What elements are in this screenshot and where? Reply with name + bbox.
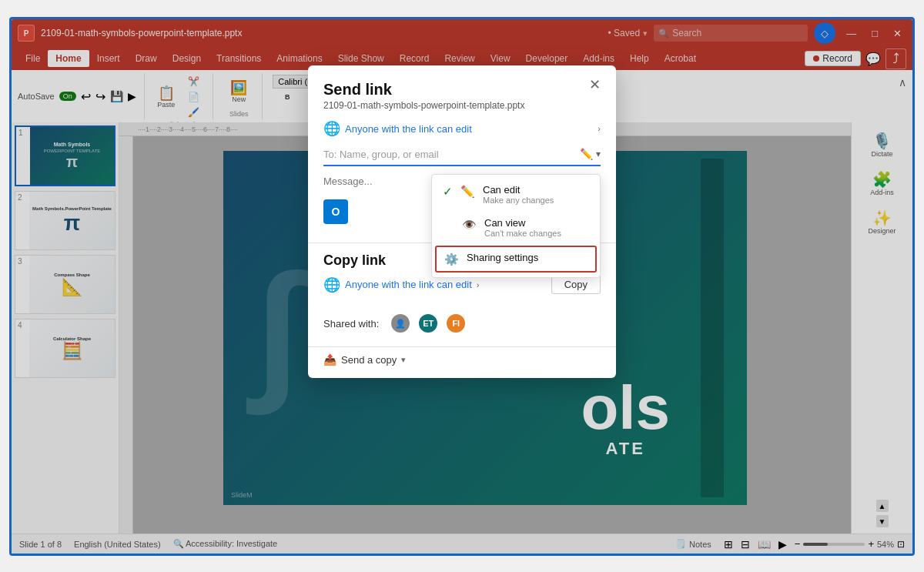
send-copy-chevron-icon: ▾: [401, 355, 406, 365]
can-view-option[interactable]: 👁️ Can view Can't make changes: [432, 211, 600, 244]
send-copy-label: Send a copy: [341, 354, 397, 366]
copy-link-share-text[interactable]: Anyone with the link can edit: [345, 279, 472, 290]
send-copy-row[interactable]: 📤 Send a copy ▾: [308, 346, 616, 378]
can-view-eye-icon: 👁️: [462, 218, 477, 232]
send-link-modal: Send link 2109-01-math-symbols-powerpoin…: [308, 65, 616, 378]
can-view-main: Can view: [484, 217, 561, 229]
app-window: P 2109-01-math-symbols-powerpoint-templa…: [9, 17, 915, 556]
copy-link-globe-icon: 🌐: [323, 276, 340, 293]
modal-header: Send link 2109-01-math-symbols-powerpoin…: [308, 65, 616, 111]
copy-link-left: 🌐 Anyone with the link can edit ›: [323, 276, 479, 293]
avatar-person-1[interactable]: 👤: [390, 313, 411, 334]
to-input[interactable]: [323, 147, 577, 162]
globe-icon: 🌐: [323, 120, 340, 137]
permission-dropdown: ✓ ✏️ Can edit Make any changes 👁️: [431, 174, 601, 278]
avatar-1-icon: 👤: [395, 319, 406, 329]
sharing-settings-option[interactable]: ⚙️ Sharing settings: [435, 246, 597, 273]
can-edit-text: Can edit Make any changes: [483, 184, 554, 205]
copy-link-chevron-icon: ›: [477, 280, 480, 289]
modal-body: 🌐 Anyone with the link can edit › ✏️ ▾: [308, 111, 616, 243]
to-field-dropdown-button[interactable]: ▾: [596, 149, 601, 159]
can-edit-main: Can edit: [483, 184, 554, 196]
sharing-settings-label: Sharing settings: [467, 252, 538, 263]
share-link-text[interactable]: Anyone with the link can edit: [345, 123, 593, 135]
can-view-sub: Can't make changes: [484, 229, 561, 238]
shared-with-section: Shared with: 👤 ET FI: [308, 313, 616, 346]
avatar-person-3[interactable]: FI: [445, 313, 467, 334]
pencil-button[interactable]: ✏️: [577, 146, 596, 162]
avatar-person-2[interactable]: ET: [417, 313, 439, 334]
can-edit-check-icon: ✓: [443, 185, 453, 199]
send-copy-icon: 📤: [323, 353, 336, 366]
share-link-chevron-icon: ›: [598, 124, 601, 133]
to-field-container: ✏️ ▾ ✓ ✏️ Can edit Make any cha: [323, 146, 601, 166]
modal-title: Send link: [323, 81, 601, 99]
outlook-icon: O: [323, 199, 348, 224]
can-edit-pencil-icon: ✏️: [460, 185, 475, 199]
modal-overlay: Send link 2109-01-math-symbols-powerpoin…: [12, 19, 912, 554]
can-edit-sub: Make any changes: [483, 196, 554, 205]
modal-subtitle: 2109-01-math-symbols-powerpoint-template…: [323, 100, 601, 111]
sharing-settings-gear-icon: ⚙️: [444, 253, 459, 266]
to-field-row: ✏️ ▾: [323, 146, 601, 166]
modal-close-button[interactable]: ✕: [584, 75, 605, 95]
can-edit-option[interactable]: ✓ ✏️ Can edit Make any changes: [432, 178, 600, 211]
shared-with-label: Shared with:: [323, 318, 379, 329]
can-view-text: Can view Can't make changes: [484, 217, 561, 238]
avatar-3-initials: FI: [452, 319, 460, 328]
share-link-row: 🌐 Anyone with the link can edit ›: [323, 120, 601, 137]
avatar-2-initials: ET: [423, 319, 434, 328]
